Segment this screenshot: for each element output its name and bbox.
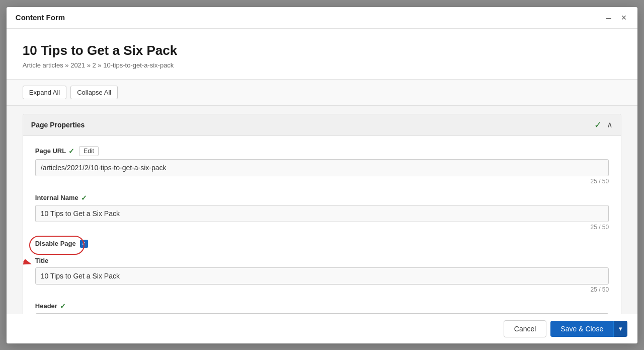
expand-all-button[interactable]: Expand All xyxy=(23,86,66,99)
section-collapse-icon[interactable]: ∧ xyxy=(607,120,613,129)
title-label: Title xyxy=(35,257,609,264)
modal-overlay: Content Form – × 10 Tips to Get a Six Pa… xyxy=(0,0,644,350)
save-button-group: Save & Close ▾ xyxy=(550,321,627,337)
save-caret-button[interactable]: ▾ xyxy=(613,321,627,337)
section-header-icons: ✓ ∧ xyxy=(594,119,613,130)
modal-header-actions: – × xyxy=(604,12,629,23)
disable-page-row: Disable Page xyxy=(35,240,609,248)
content-form-modal: Content Form – × 10 Tips to Get a Six Pa… xyxy=(7,7,637,343)
disable-page-label: Disable Page xyxy=(35,240,76,247)
cancel-button[interactable]: Cancel xyxy=(504,320,547,337)
article-title: 10 Tips to Get a Six Pack xyxy=(23,43,621,58)
modal-title: Content Form xyxy=(16,13,65,22)
internal-name-field-group: Internal Name ✓ 25 / 50 xyxy=(35,194,609,231)
section-body: Page URL ✓ Edit 25 / 50 Internal Name ✓ xyxy=(23,136,621,314)
close-button[interactable]: × xyxy=(619,12,629,23)
page-url-valid-icon: ✓ xyxy=(68,147,74,155)
page-url-edit-button[interactable]: Edit xyxy=(79,146,99,156)
modal-body: 10 Tips to Get a Six Pack Article articl… xyxy=(7,29,637,314)
internal-name-counter: 25 / 50 xyxy=(35,224,609,231)
header-valid-icon: ✓ xyxy=(60,302,66,310)
section-valid-icon: ✓ xyxy=(594,119,602,130)
internal-name-input[interactable] xyxy=(35,205,609,222)
title-field-group: Title 25 / 50 xyxy=(35,257,609,293)
section-header: Page Properties ✓ ∧ xyxy=(23,114,621,136)
header-label: Header ✓ xyxy=(35,302,609,310)
title-input[interactable] xyxy=(35,267,609,285)
minimize-button[interactable]: – xyxy=(604,12,613,23)
article-breadcrumb: Article articles » 2021 » 2 » 10-tips-to… xyxy=(23,61,621,69)
page-properties-section: Page Properties ✓ ∧ Page URL ✓ Edit xyxy=(23,114,621,314)
modal-header: Content Form – × xyxy=(7,7,637,29)
section-title: Page Properties xyxy=(31,121,85,129)
page-url-counter: 25 / 50 xyxy=(35,178,609,185)
internal-name-label: Internal Name ✓ xyxy=(35,194,609,202)
save-close-button[interactable]: Save & Close xyxy=(550,321,613,337)
modal-footer: Cancel Save & Close ▾ xyxy=(7,314,637,343)
toolbar: Expand All Collapse All xyxy=(7,80,637,106)
collapse-all-button[interactable]: Collapse All xyxy=(70,86,118,99)
disable-page-checkbox[interactable] xyxy=(80,240,88,248)
annotation-arrow xyxy=(23,254,35,274)
page-url-field-group: Page URL ✓ Edit 25 / 50 xyxy=(35,146,609,185)
header-field-group: Header ✓ xyxy=(35,302,609,314)
title-counter: 25 / 50 xyxy=(35,286,609,293)
page-url-label: Page URL ✓ Edit xyxy=(35,146,609,156)
article-header: 10 Tips to Get a Six Pack Article articl… xyxy=(7,29,637,80)
page-url-input[interactable] xyxy=(35,159,609,176)
internal-name-valid-icon: ✓ xyxy=(81,194,87,202)
